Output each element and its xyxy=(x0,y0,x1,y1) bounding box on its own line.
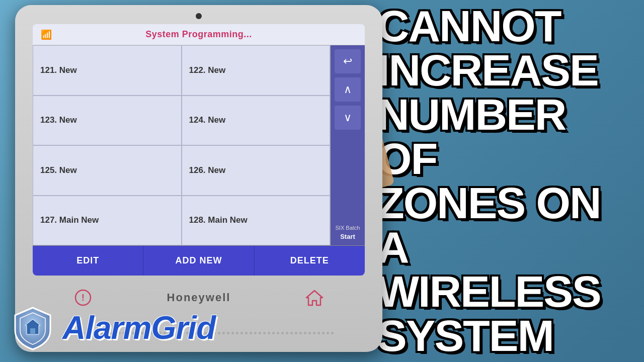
zone-123[interactable]: 123. New xyxy=(33,96,182,146)
overlay-line-5: A WIRELESS xyxy=(377,225,634,314)
screen: 📶 System Programming... 121. New 122. Ne… xyxy=(33,24,365,276)
alarmgrid-shield-icon xyxy=(10,305,55,350)
svg-rect-4 xyxy=(30,328,35,334)
back-button[interactable]: ↩ xyxy=(335,49,361,73)
down-button[interactable]: ∨ xyxy=(335,106,361,130)
action-bar: EDIT ADD NEW DELETE xyxy=(33,245,365,276)
zone-128[interactable]: 128. Main New xyxy=(182,196,331,246)
overlay-line-4: ZONES ON xyxy=(377,181,634,225)
edit-button[interactable]: EDIT xyxy=(33,246,143,276)
header-bar: 📶 System Programming... xyxy=(33,24,365,45)
six-batch-start[interactable]: Start xyxy=(333,232,363,241)
home-button[interactable] xyxy=(304,288,325,308)
add-new-button[interactable]: ADD NEW xyxy=(143,246,254,276)
alarmgrid-logo: AlarmGrid xyxy=(0,298,211,358)
main-area: 121. New 122. New 123. New 124. New 125.… xyxy=(33,45,365,245)
delete-button[interactable]: DELETE xyxy=(255,246,365,276)
six-batch-area: SIX Batch Start xyxy=(333,224,363,241)
overlay-line-2: INCREASE xyxy=(377,48,634,93)
up-button[interactable]: ∧ xyxy=(335,77,361,102)
zone-grid: 121. New 122. New 123. New 124. New 125.… xyxy=(33,45,331,245)
camera-dot xyxy=(196,13,202,19)
six-batch-label: SIX Batch xyxy=(333,224,363,232)
zone-124[interactable]: 124. New xyxy=(182,96,331,146)
svg-marker-2 xyxy=(306,291,323,305)
screen-bezel: 📶 System Programming... 121. New 122. Ne… xyxy=(33,24,365,276)
zone-122[interactable]: 122. New xyxy=(182,45,331,96)
screen-title: System Programming... xyxy=(145,29,252,40)
side-controls: ↩ ∧ ∨ SIX Batch Start xyxy=(331,45,365,245)
overlay-line-1: CANNOT xyxy=(377,4,634,48)
overlay-line-3: NUMBER OF xyxy=(377,93,634,181)
overlay-line-6: SYSTEM xyxy=(377,314,634,358)
wifi-icon: 📶 xyxy=(41,29,52,40)
zone-127[interactable]: 127. Main New xyxy=(33,196,182,246)
overlay-text-area: CANNOT INCREASE NUMBER OF ZONES ON A WIR… xyxy=(372,0,644,362)
zone-121[interactable]: 121. New xyxy=(33,45,182,96)
alarmgrid-text: AlarmGrid xyxy=(62,309,215,346)
zone-125[interactable]: 125. New xyxy=(33,145,182,196)
zone-126[interactable]: 126. New xyxy=(182,145,331,196)
